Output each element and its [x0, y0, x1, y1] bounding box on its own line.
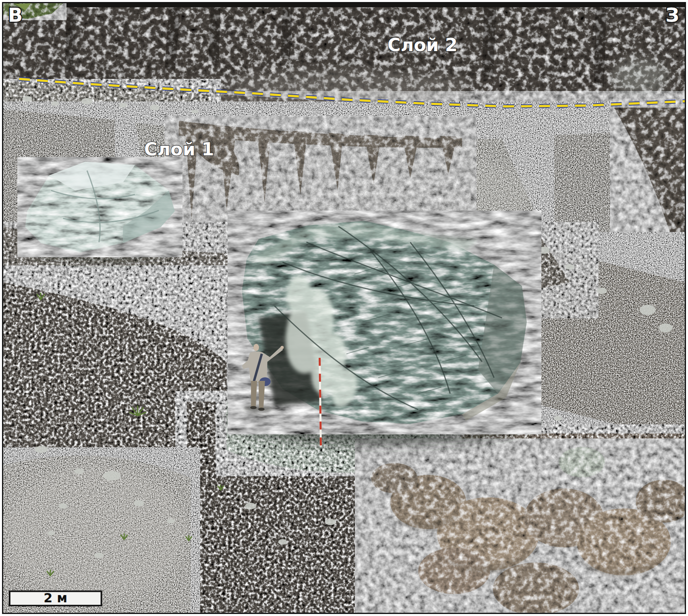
scale-bar: 2 м: [10, 591, 102, 606]
outcrop-photo-figure: В З Слой 2 Слой 1 2 м: [0, 0, 688, 616]
person-hand: [280, 346, 284, 349]
photo-frame: В З Слой 2 Слой 1 2 м: [2, 2, 686, 614]
person-left-shoe: [250, 406, 257, 409]
layer1-label: Слой 1: [144, 139, 214, 160]
layer2-label: Слой 2: [388, 35, 458, 56]
bottom-left-highlight: [3, 465, 187, 601]
person-right-shoe: [258, 407, 265, 411]
person-head: [253, 344, 259, 351]
photo-scene: В З Слой 2 Слой 1 2 м: [3, 3, 685, 613]
top-shadow-strip: [3, 3, 685, 7]
person-shadow: [243, 405, 272, 412]
pale-streak-right: [612, 59, 668, 95]
corner-label-west: З: [665, 4, 679, 26]
pole-white: [320, 358, 321, 446]
corner-label-east: В: [8, 4, 23, 26]
scale-bar-label: 2 м: [44, 591, 67, 605]
measuring-pole: [320, 358, 321, 446]
